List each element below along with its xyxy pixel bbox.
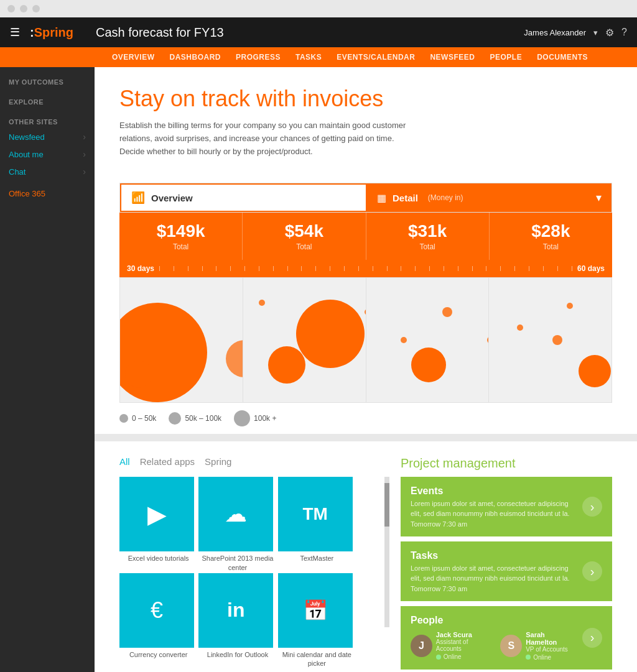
hero-title: Stay on track with invoices — [119, 86, 612, 112]
grid-icon: ▦ — [377, 192, 386, 204]
person-role-0: Assistant of Accounts — [436, 638, 493, 652]
bubble — [401, 337, 407, 343]
linkedin-icon: in — [227, 599, 244, 622]
app-tile-label: SharePoint 2013 media center — [198, 551, 276, 572]
tick — [301, 266, 302, 271]
app-tile-sharepoint[interactable]: ☁ — [198, 477, 273, 551]
app-tile-calendar[interactable]: 📅 — [278, 573, 353, 648]
app-tile-label: Excel video tutorials — [119, 551, 197, 563]
status-dot — [526, 655, 531, 660]
events-card[interactable]: Events Lorem ipsum dolor sit amet, conse… — [401, 477, 612, 536]
sidebar-section-other-sites: OTHER SITES — [0, 113, 95, 128]
chevron-down-icon[interactable]: ▾ — [593, 28, 598, 37]
app-tile-label: Currency converter — [119, 648, 197, 659]
tick — [287, 266, 288, 271]
nav-documents[interactable]: DOCUMENTS — [537, 53, 588, 62]
tick — [315, 266, 316, 271]
chrome-close[interactable] — [7, 5, 15, 12]
sidebar-item-about-me[interactable]: About me › — [0, 145, 95, 163]
app-tile-wrapper-0: ▶ Excel video tutorials — [119, 477, 197, 572]
status-dot — [436, 655, 441, 660]
app-grid-wrapper: ▶ Excel video tutorials ☁ SharePoint 201… — [119, 477, 382, 668]
hamburger-menu[interactable]: ☰ — [10, 25, 20, 39]
timeline-end: 60 days — [577, 264, 605, 273]
legend-dot — [234, 410, 250, 426]
sidebar-item-office365[interactable]: Office 365 — [0, 185, 95, 202]
bubble — [268, 346, 305, 384]
scrollbar[interactable] — [384, 477, 389, 627]
logo: :Spring — [30, 25, 73, 40]
tasks-arrow-icon[interactable]: › — [582, 561, 602, 581]
events-card-desc: Lorem ipsum dolor sit amet, consectetuer… — [411, 499, 576, 518]
tick — [486, 266, 486, 271]
scrollbar-thumb[interactable] — [384, 483, 389, 527]
app-tab-related[interactable]: Related apps — [140, 456, 195, 467]
arrow-icon: › — [83, 167, 86, 177]
chrome-maximize[interactable] — [32, 5, 40, 12]
app-tile-wrapper-3: € Currency converter — [119, 573, 197, 668]
settings-icon[interactable]: ⚙ — [605, 27, 614, 39]
tasks-card-time: Tomorrow 7:30 am — [411, 585, 576, 592]
tick — [514, 266, 515, 271]
tick — [174, 266, 174, 271]
events-arrow-icon[interactable]: › — [582, 497, 602, 517]
app-tile-textmaster[interactable]: TM — [278, 477, 353, 551]
sidebar-item-chat[interactable]: Chat › — [0, 163, 95, 180]
user-name[interactable]: James Alexander — [524, 28, 586, 37]
stat-label: Total — [500, 242, 602, 251]
nav-newsfeed[interactable]: NEWSFEED — [430, 53, 475, 62]
sidebar-item-newsfeed[interactable]: Newsfeed › — [0, 128, 95, 145]
nav-progress[interactable]: PROGRESS — [236, 53, 281, 62]
wifi-icon: 📶 — [131, 191, 145, 205]
nav-overview[interactable]: OVERVIEW — [112, 53, 154, 62]
top-bar-right: James Alexander ▾ ⚙ ? — [524, 27, 627, 39]
nav-events-calendar[interactable]: EVENTS/CALENDAR — [337, 53, 415, 62]
tasks-card[interactable]: Tasks Lorem ipsum dolor sit amet, consec… — [401, 541, 612, 601]
nav-tasks[interactable]: TASKS — [295, 53, 322, 62]
main-content: Stay on track with invoices Establish th… — [95, 67, 637, 672]
bubble — [296, 300, 365, 368]
project-management-title: Project management — [401, 456, 612, 471]
chrome-minimize[interactable] — [20, 5, 27, 12]
sidebar-section-explore: EXPLORE — [0, 93, 95, 108]
cloud-icon: ☁ — [225, 501, 247, 527]
sidebar-item-label: Chat — [9, 167, 26, 177]
chevron-down-icon[interactable]: ▾ — [596, 191, 602, 205]
person-info-0: Jack Scura Assistant of Accounts Online — [436, 631, 493, 660]
tick — [557, 266, 558, 271]
tab-overview[interactable]: 📶 Overview — [120, 183, 367, 212]
app-tile-excel[interactable]: ▶ — [119, 477, 194, 551]
play-icon: ▶ — [147, 500, 167, 528]
nav-dashboard[interactable]: DASHBOARD — [169, 53, 221, 62]
tab-detail[interactable]: ▦ Detail (Money in) ▾ — [367, 183, 611, 212]
tasks-card-desc: Lorem ipsum dolor sit amet, consectetuer… — [411, 564, 576, 583]
section-divider — [95, 434, 637, 441]
app-tile-linkedin[interactable]: in — [198, 573, 273, 648]
app-tile-wrapper-2: TM TextMaster — [278, 477, 356, 572]
tick — [444, 266, 444, 271]
legend-dot — [119, 414, 128, 423]
people-card[interactable]: People J Jack Scura Assistant of Account… — [401, 606, 612, 670]
app-tile-wrapper-5: 📅 Mini calendar and date picker — [278, 573, 356, 668]
bubble — [517, 324, 523, 331]
main-layout: MY OUTCOMES EXPLORE OTHER SITES Newsfeed… — [0, 67, 637, 672]
bubble — [226, 340, 243, 377]
people-arrow-icon[interactable]: › — [582, 628, 602, 648]
legend-dot — [169, 412, 181, 425]
nav-people[interactable]: PEOPLE — [490, 53, 522, 62]
app-tab-all[interactable]: All — [119, 456, 130, 467]
app-tile-currency[interactable]: € — [119, 573, 194, 648]
app-left: All Related apps Spring ▶ Excel video tu… — [119, 456, 382, 670]
app-tab-spring[interactable]: Spring — [205, 456, 231, 467]
events-card-title: Events — [411, 486, 576, 497]
tick — [202, 266, 203, 271]
help-icon[interactable]: ? — [621, 27, 627, 38]
tick — [273, 266, 274, 271]
legend-item-1: 50k – 100k — [169, 412, 221, 425]
timeline-ticks — [154, 266, 577, 271]
avatar-0: J — [411, 635, 432, 657]
tick — [159, 266, 160, 271]
tick — [259, 266, 259, 271]
chart-panel-1 — [120, 278, 243, 402]
chart-legend: 0 – 50k 50k – 100k 100k + — [95, 403, 637, 434]
